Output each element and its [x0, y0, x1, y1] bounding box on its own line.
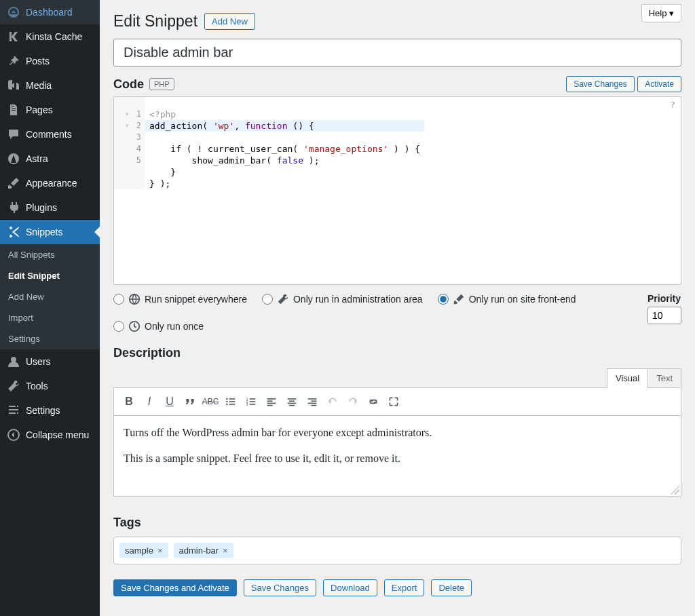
scope-frontend-radio[interactable] [438, 294, 449, 305]
code-content[interactable]: <?phpadd_action( 'wp', function () { if … [145, 97, 424, 189]
scope-once-radio[interactable] [113, 321, 124, 332]
plugin-icon [7, 201, 20, 214]
save-button[interactable]: Save Changes [244, 579, 316, 596]
svg-point-1 [11, 357, 16, 362]
page-title: Edit Snippet [113, 12, 198, 31]
admin-sidebar: Dashboard Kinsta Cache Posts Media Pages… [0, 0, 100, 616]
italic-button[interactable]: I [140, 392, 159, 411]
quote-button[interactable] [181, 392, 200, 411]
delete-button[interactable]: Delete [431, 579, 472, 596]
submenu-import[interactable]: Import [0, 307, 100, 328]
scope-admin-radio[interactable] [262, 294, 273, 305]
bulleted-list-button[interactable] [221, 392, 240, 411]
help-tab[interactable]: Help ▾ [641, 4, 681, 22]
redo-button[interactable] [343, 392, 362, 411]
sidebar-item-users[interactable]: Users [0, 349, 100, 374]
submenu-settings[interactable]: Settings [0, 328, 100, 349]
tab-text[interactable]: Text [647, 368, 681, 388]
link-button[interactable] [364, 392, 383, 411]
sidebar-label: Comments [26, 129, 72, 140]
svg-rect-10 [229, 404, 236, 405]
svg-rect-18 [267, 400, 273, 402]
page-icon [7, 103, 20, 117]
submenu-all-snippets[interactable]: All Snippets [0, 244, 100, 265]
description-heading: Description [113, 346, 681, 360]
main-content: Help ▾ Edit Snippet Add New Code PHP Sav… [100, 0, 695, 616]
tag-label: sample [125, 545, 153, 556]
collapse-icon [7, 428, 20, 442]
svg-rect-24 [289, 405, 295, 406]
sidebar-item-posts[interactable]: Posts [0, 49, 100, 73]
sidebar-item-astra[interactable]: Astra [0, 147, 100, 171]
strikethrough-button[interactable]: ABC [201, 392, 220, 411]
snippet-title-input[interactable] [113, 39, 681, 66]
sidebar-item-settings[interactable]: Settings [0, 398, 100, 423]
svg-rect-15 [250, 401, 256, 402]
users-icon [7, 355, 20, 368]
sidebar-item-appearance[interactable]: Appearance [0, 171, 100, 195]
numbered-list-button[interactable]: 123 [242, 392, 261, 411]
snippets-submenu: All Snippets Edit Snippet Add New Import… [0, 244, 100, 349]
editor-tabs: Visual Text [113, 368, 681, 388]
svg-rect-17 [267, 398, 276, 400]
scope-everywhere[interactable]: Run snippet everywhere [113, 293, 247, 305]
description-editor[interactable]: Turns off the WordPress admin bar for ev… [113, 415, 681, 497]
scope-everywhere-radio[interactable] [113, 294, 124, 305]
php-badge: PHP [149, 78, 174, 90]
activate-button[interactable]: Activate [637, 76, 681, 92]
sidebar-item-dashboard[interactable]: Dashboard [0, 0, 100, 24]
sidebar-label: Astra [26, 153, 48, 164]
scissors-icon [7, 225, 20, 239]
priority-input[interactable] [647, 307, 681, 324]
add-new-button[interactable]: Add New [204, 13, 255, 30]
svg-rect-25 [308, 398, 317, 400]
sidebar-label: Collapse menu [26, 429, 89, 440]
sidebar-item-media[interactable]: Media [0, 73, 100, 98]
description-p1: Turns off the WordPress admin bar for ev… [124, 424, 671, 442]
scope-once[interactable]: Only run once [113, 320, 634, 332]
sidebar-label: Dashboard [26, 7, 73, 18]
scope-frontend-label: Only run on site front-end [469, 294, 576, 305]
submenu-add-new[interactable]: Add New [0, 286, 100, 307]
sidebar-label: Appearance [26, 178, 77, 189]
sidebar-item-comments[interactable]: Comments [0, 122, 100, 147]
svg-point-5 [226, 398, 227, 400]
download-button[interactable]: Download [323, 579, 377, 596]
sidebar-item-kinsta-cache[interactable]: Kinsta Cache [0, 24, 100, 49]
tag-remove-icon[interactable]: × [223, 545, 228, 556]
export-button[interactable]: Export [384, 579, 425, 596]
sidebar-item-snippets[interactable]: Snippets [0, 220, 100, 244]
code-editor[interactable]: ? ▾1 ▾2 3 4 5 <?phpadd_action( 'wp', fun… [113, 96, 681, 285]
code-header-buttons: Save Changes Activate [566, 76, 681, 92]
code-help-icon[interactable]: ? [670, 100, 675, 110]
tags-heading: Tags [113, 516, 681, 530]
save-activate-button[interactable]: Save Changes and Activate [113, 579, 237, 596]
undo-button[interactable] [323, 392, 342, 411]
save-changes-button[interactable]: Save Changes [566, 76, 635, 92]
code-heading: Code PHP [113, 77, 174, 92]
sidebar-item-pages[interactable]: Pages [0, 98, 100, 122]
tags-input[interactable]: sample × admin-bar × [113, 537, 681, 564]
tag-remove-icon[interactable]: × [157, 545, 163, 556]
tab-visual[interactable]: Visual [607, 368, 647, 388]
scope-admin[interactable]: Only run in administration area [262, 293, 423, 305]
brush-small-icon [453, 293, 465, 305]
bold-button[interactable]: B [119, 392, 138, 411]
scope-frontend[interactable]: Only run on site front-end [438, 293, 576, 305]
comment-icon [7, 128, 20, 141]
wrench-small-icon [277, 293, 289, 305]
align-center-button[interactable] [282, 392, 301, 411]
sidebar-label: Kinsta Cache [26, 31, 82, 42]
sidebar-label: Media [26, 80, 52, 91]
align-left-button[interactable] [262, 392, 281, 411]
resize-handle[interactable] [670, 485, 679, 495]
align-right-button[interactable] [303, 392, 322, 411]
sidebar-item-plugins[interactable]: Plugins [0, 195, 100, 220]
sidebar-label: Pages [26, 104, 53, 115]
underline-button[interactable]: U [160, 392, 179, 411]
sidebar-item-tools[interactable]: Tools [0, 374, 100, 398]
clock-icon [128, 320, 140, 332]
sidebar-item-collapse[interactable]: Collapse menu [0, 423, 100, 447]
fullscreen-button[interactable] [384, 392, 403, 411]
submenu-edit-snippet[interactable]: Edit Snippet [0, 265, 100, 286]
